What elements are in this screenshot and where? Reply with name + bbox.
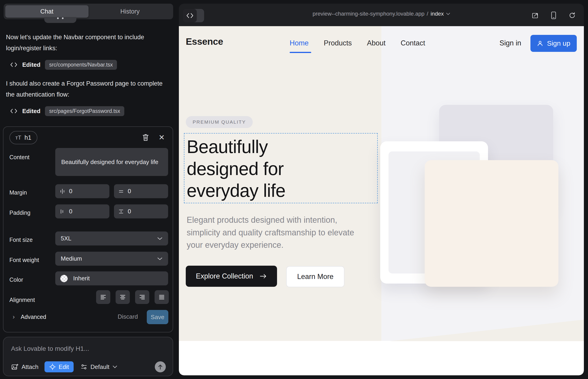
chat-message: I should also create a Forgot Password p… — [6, 78, 169, 100]
chevron-down-icon — [157, 237, 163, 240]
align-left-button[interactable] — [96, 290, 110, 304]
composer-input[interactable]: Ask Lovable to modify H1... — [11, 345, 89, 352]
content-input[interactable]: Beautifully designed for everyday life — [55, 148, 168, 176]
padding-vertical-icon — [118, 208, 124, 215]
color-value: Inherit — [73, 275, 90, 282]
font-size-label: Font size — [9, 237, 32, 243]
content-label: Content — [9, 154, 30, 161]
alignment-label: Alignment — [9, 297, 35, 303]
margin-horizontal-icon — [59, 188, 65, 194]
mode-label: Default — [91, 363, 109, 371]
chrome-actions — [532, 12, 576, 19]
explore-collection-label: Explore Collection — [196, 272, 253, 280]
padding-label: Padding — [9, 209, 31, 216]
edit-mode-button[interactable]: Edit — [45, 361, 74, 372]
sliders-icon — [80, 363, 87, 370]
margin-vertical-icon — [118, 188, 124, 194]
file-path-chip[interactable]: src/pages/ForgotPassword.tsx — [45, 106, 124, 116]
font-size-select[interactable]: 5XL — [55, 232, 168, 245]
edit-label: Edit — [59, 363, 69, 371]
margin-label: Margin — [9, 189, 27, 196]
open-external-button[interactable] — [532, 12, 539, 19]
tab-chat[interactable]: Chat — [5, 5, 89, 18]
chevron-right-icon: › — [13, 313, 15, 320]
align-center-button[interactable] — [116, 290, 130, 304]
code-icon — [10, 62, 18, 67]
discard-button[interactable]: Discard — [118, 313, 138, 320]
nav-link-about[interactable]: About — [367, 39, 386, 47]
font-weight-select[interactable]: Medium — [55, 252, 168, 266]
save-button[interactable]: Save — [147, 310, 168, 324]
edited-file-row[interactable]: Edited src/components/Navbar.tsx — [10, 59, 117, 70]
nav-link-home[interactable]: Home — [290, 39, 309, 47]
margin-y-value: 0 — [128, 188, 131, 195]
close-panel-button[interactable]: ✕ — [157, 132, 167, 142]
chevron-down-icon — [157, 257, 163, 260]
color-swatch — [60, 275, 68, 282]
chat-composer[interactable]: Ask Lovable to modify H1... Attach — [3, 337, 173, 376]
font-weight-label: Font weight — [9, 257, 39, 263]
scrolled-chip — [44, 17, 76, 23]
nav-link-products[interactable]: Products — [324, 39, 352, 47]
active-nav-underline — [290, 52, 311, 53]
attach-button[interactable]: Attach — [11, 363, 39, 371]
element-editor-panel: тT h1 ✕ Content Beautifully designed for… — [3, 126, 173, 332]
padding-x-input[interactable]: 0 — [55, 205, 109, 218]
attach-image-icon — [11, 363, 18, 371]
url-separator: / — [427, 11, 428, 17]
advanced-toggle[interactable]: › Advanced — [13, 313, 46, 320]
user-icon — [537, 40, 543, 47]
font-size-value: 5XL — [61, 235, 71, 242]
font-weight-value: Medium — [61, 255, 82, 262]
element-tag-label: h1 — [25, 134, 31, 141]
align-justify-button[interactable] — [155, 290, 169, 304]
send-button[interactable] — [155, 361, 166, 372]
app-window: Chat History Now let's update the Navbar… — [0, 0, 588, 379]
preview-browser: preview--charming-site-symphony.lovable.… — [179, 4, 584, 375]
sign-up-button[interactable]: Sign up — [530, 35, 577, 52]
color-select[interactable]: Inherit — [55, 271, 168, 285]
color-label: Color — [9, 276, 23, 283]
url-bar[interactable]: preview--charming-site-symphony.lovable.… — [179, 11, 584, 17]
margin-y-input[interactable]: 0 — [114, 184, 168, 198]
url-host: preview--charming-site-symphony.lovable.… — [313, 11, 424, 17]
target-icon — [49, 363, 56, 370]
margin-x-input[interactable]: 0 — [55, 184, 109, 198]
mobile-view-button[interactable] — [551, 12, 556, 19]
site-nav: Home Products About Contact — [290, 39, 425, 47]
edited-file-row[interactable]: Edited src/pages/ForgotPassword.tsx — [10, 106, 124, 117]
element-type-pill: тT h1 — [9, 131, 37, 144]
delete-element-button[interactable] — [140, 132, 151, 142]
padding-horizontal-icon — [59, 208, 65, 215]
url-page: index — [431, 11, 444, 17]
padding-y-value: 0 — [128, 208, 131, 215]
mode-select[interactable]: Default — [80, 363, 117, 371]
sidebar-tab-bar: Chat History — [4, 4, 173, 19]
chevron-down-icon — [113, 365, 117, 368]
chat-sidebar: Chat History Now let's update the Navbar… — [0, 0, 178, 379]
align-right-button[interactable] — [135, 290, 149, 304]
hero-heading[interactable]: Beautifully designed for everyday life — [187, 136, 320, 202]
hero-paragraph: Elegant products designed with intention… — [187, 214, 370, 252]
chat-message: Now let's update the Navbar component to… — [6, 32, 169, 54]
padding-x-value: 0 — [69, 208, 72, 215]
site-logo[interactable]: Essence — [186, 36, 223, 47]
arrow-right-icon — [260, 273, 267, 279]
attach-label: Attach — [22, 363, 39, 371]
product-card-front — [425, 160, 558, 287]
refresh-button[interactable] — [569, 12, 576, 19]
premium-badge: PREMIUM QUALITY — [186, 116, 253, 128]
nav-link-contact[interactable]: Contact — [401, 39, 425, 47]
margin-x-value: 0 — [69, 188, 72, 195]
typography-icon: тT — [15, 134, 21, 141]
explore-collection-button[interactable]: Explore Collection — [186, 266, 277, 287]
learn-more-button[interactable]: Learn More — [286, 266, 344, 287]
code-icon — [10, 108, 18, 114]
file-path-chip[interactable]: src/components/Navbar.tsx — [45, 60, 117, 70]
tab-history[interactable]: History — [89, 5, 172, 18]
sign-in-link[interactable]: Sign in — [499, 39, 521, 47]
edited-label: Edited — [22, 108, 40, 115]
site-page: Essence Home Products About Contact Sign… — [179, 26, 584, 375]
padding-y-input[interactable]: 0 — [114, 205, 168, 218]
composer-toolbar: Attach Edit Defaul — [11, 361, 166, 373]
